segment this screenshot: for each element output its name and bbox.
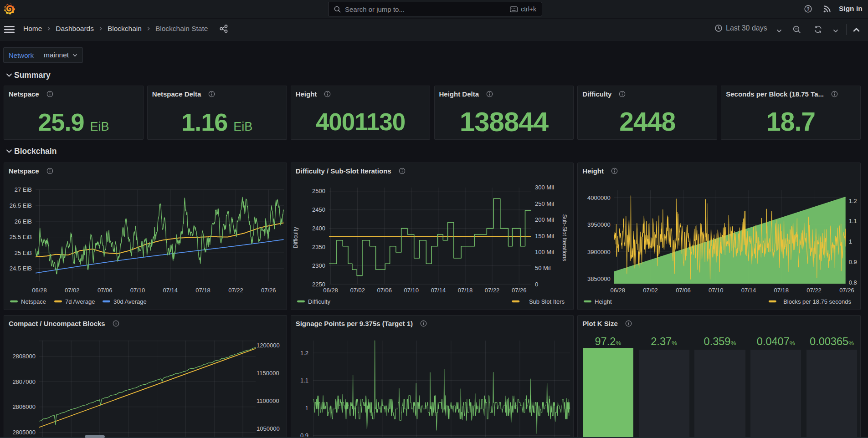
svg-text:07/06: 07/06 [676, 287, 691, 294]
svg-text:?: ? [806, 7, 809, 12]
svg-text:07/10: 07/10 [130, 287, 145, 294]
svg-text:2350: 2350 [312, 244, 325, 250]
svg-text:07/14: 07/14 [741, 287, 756, 294]
svg-text:07/06: 07/06 [98, 287, 113, 294]
svg-text:2450: 2450 [312, 206, 325, 213]
svg-text:07/02: 07/02 [350, 287, 365, 294]
svg-text:07/18: 07/18 [457, 287, 473, 294]
svg-text:7d Average: 7d Average [65, 298, 95, 305]
svg-text:06/28: 06/28 [611, 287, 626, 294]
svg-text:26.5 EiB: 26.5 EiB [10, 202, 32, 209]
svg-text:07/02: 07/02 [65, 287, 80, 294]
svg-text:25 EiB: 25 EiB [15, 250, 32, 256]
svg-text:100 Mil: 100 Mil [535, 249, 554, 255]
svg-text:Height: Height [595, 298, 612, 305]
svg-text:26 EiB: 26 EiB [15, 218, 32, 225]
svg-text:300 Mil: 300 Mil [535, 184, 554, 191]
svg-text:0.9: 0.9 [849, 259, 857, 265]
svg-text:07/26: 07/26 [839, 287, 854, 294]
svg-text:2805000: 2805000 [12, 429, 36, 436]
svg-text:Difficulty: Difficulty [308, 298, 330, 305]
svg-text:07/10: 07/10 [709, 287, 724, 294]
svg-text:Difficulty: Difficulty [293, 227, 299, 249]
svg-text:250 Mil: 250 Mil [535, 200, 554, 207]
svg-text:50 Mil: 50 Mil [535, 265, 551, 271]
svg-text:Blocks per 18.75 seconds: Blocks per 18.75 seconds [783, 298, 851, 305]
svg-text:07/18: 07/18 [774, 287, 789, 294]
svg-text:2806000: 2806000 [12, 403, 36, 410]
svg-text:4000000: 4000000 [587, 194, 611, 201]
svg-text:Sub-Slot Iterations: Sub-Slot Iterations [561, 214, 568, 261]
svg-text:07/18: 07/18 [195, 287, 211, 294]
svg-text:25.5 EiB: 25.5 EiB [10, 234, 32, 240]
svg-text:2400: 2400 [312, 225, 325, 232]
svg-text:06/28: 06/28 [323, 287, 338, 294]
svg-text:2807000: 2807000 [12, 378, 36, 385]
svg-text:07/26: 07/26 [512, 287, 527, 294]
svg-text:07/26: 07/26 [261, 287, 276, 294]
svg-text:2300: 2300 [312, 262, 325, 269]
svg-text:0: 0 [535, 281, 538, 288]
svg-text:1050000: 1050000 [257, 425, 280, 432]
svg-text:1: 1 [849, 238, 852, 245]
svg-text:07/22: 07/22 [228, 287, 243, 294]
svg-text:3850000: 3850000 [587, 275, 611, 282]
svg-text:200 Mil: 200 Mil [535, 216, 554, 223]
svg-text:1: 1 [305, 405, 308, 412]
svg-text:1200000: 1200000 [257, 342, 280, 349]
svg-text:2500: 2500 [312, 188, 325, 194]
svg-text:1150000: 1150000 [257, 370, 279, 377]
svg-text:24.5 EiB: 24.5 EiB [10, 265, 32, 272]
svg-text:07/02: 07/02 [643, 287, 658, 294]
svg-text:27 EiB: 27 EiB [15, 186, 32, 193]
svg-text:1.2: 1.2 [849, 198, 857, 204]
svg-text:Sub Slot Iters: Sub Slot Iters [529, 298, 565, 305]
svg-text:07/10: 07/10 [404, 287, 419, 294]
svg-text:1.1: 1.1 [300, 377, 308, 384]
svg-text:07/06: 07/06 [377, 287, 392, 294]
svg-text:07/22: 07/22 [485, 287, 500, 294]
svg-text:3950000: 3950000 [587, 221, 611, 228]
svg-text:1.1: 1.1 [849, 218, 857, 224]
svg-text:2808000: 2808000 [12, 353, 36, 360]
svg-text:Netspace: Netspace [21, 298, 46, 305]
svg-text:06/28: 06/28 [32, 287, 47, 294]
svg-text:07/14: 07/14 [431, 287, 446, 294]
svg-text:150 Mil: 150 Mil [535, 233, 554, 239]
svg-text:3900000: 3900000 [587, 249, 611, 255]
svg-text:07/22: 07/22 [807, 287, 822, 294]
svg-text:30d Average: 30d Average [113, 298, 147, 305]
svg-text:07/14: 07/14 [163, 287, 178, 294]
svg-text:1100000: 1100000 [257, 397, 279, 404]
svg-text:0.8: 0.8 [849, 279, 857, 286]
svg-text:1.2: 1.2 [300, 350, 308, 357]
